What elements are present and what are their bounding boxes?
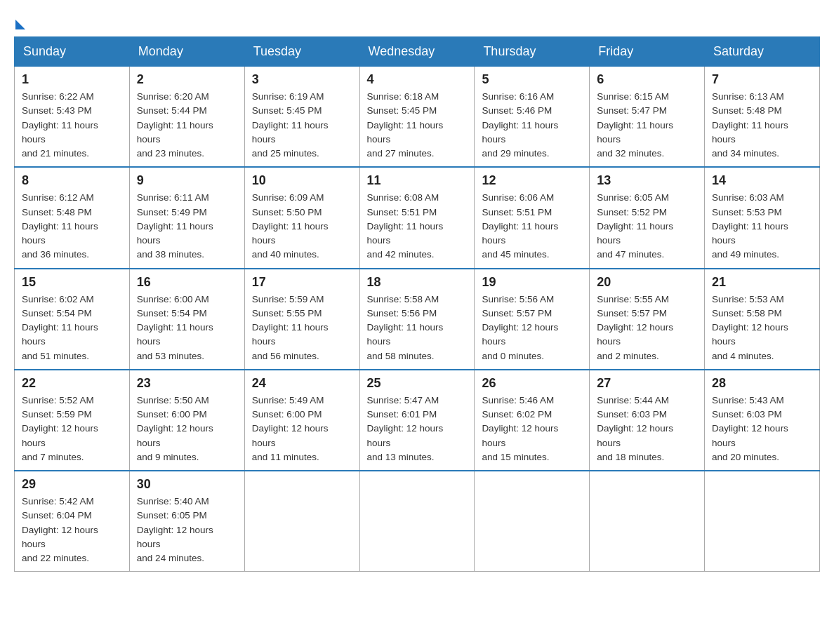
sunset-label: Sunset: 6:03 PM <box>712 409 782 420</box>
sunrise-label: Sunrise: 5:44 AM <box>597 395 669 405</box>
sunrise-label: Sunrise: 6:19 AM <box>252 91 324 102</box>
sunset-label: Sunset: 5:57 PM <box>597 308 667 318</box>
daylight-label: Daylight: 12 hours hours <box>367 423 444 448</box>
sunset-label: Sunset: 5:57 PM <box>482 308 552 318</box>
header-saturday: Saturday <box>705 37 820 67</box>
sunrise-label: Sunrise: 5:42 AM <box>22 496 94 507</box>
calendar-cell: 15Sunrise: 6:02 AMSunset: 5:54 PMDayligh… <box>15 269 130 370</box>
daylight-minutes: and 15 minutes. <box>482 452 549 462</box>
day-info: Sunrise: 5:59 AMSunset: 5:55 PMDaylight:… <box>252 293 352 363</box>
sunrise-label: Sunrise: 6:15 AM <box>597 91 669 102</box>
daylight-minutes: and 49 minutes. <box>712 249 779 260</box>
calendar-cell <box>475 471 590 572</box>
day-info: Sunrise: 6:19 AMSunset: 5:45 PMDaylight:… <box>252 90 352 161</box>
sunrise-label: Sunrise: 6:09 AM <box>252 192 324 203</box>
sunrise-label: Sunrise: 6:02 AM <box>22 294 94 304</box>
sunrise-label: Sunrise: 6:05 AM <box>597 192 669 203</box>
daylight-minutes: and 18 minutes. <box>597 452 664 462</box>
day-info: Sunrise: 6:20 AMSunset: 5:44 PMDaylight:… <box>137 90 237 161</box>
daylight-minutes: and 24 minutes. <box>137 553 204 563</box>
calendar-cell: 28Sunrise: 5:43 AMSunset: 6:03 PMDayligh… <box>705 370 820 471</box>
day-number: 28 <box>712 376 812 391</box>
calendar-cell: 22Sunrise: 5:52 AMSunset: 5:59 PMDayligh… <box>15 370 130 471</box>
day-number: 17 <box>252 275 352 290</box>
daylight-minutes: and 0 minutes. <box>482 351 544 361</box>
calendar-cell: 4Sunrise: 6:18 AMSunset: 5:45 PMDaylight… <box>359 67 475 168</box>
calendar-cell: 27Sunrise: 5:44 AMSunset: 6:03 PMDayligh… <box>590 370 705 471</box>
daylight-label: Daylight: 12 hours hours <box>482 423 558 448</box>
week-row-4: 22Sunrise: 5:52 AMSunset: 5:59 PMDayligh… <box>15 370 820 471</box>
sunrise-label: Sunrise: 6:12 AM <box>22 192 94 203</box>
header-sunday: Sunday <box>15 37 130 67</box>
day-info: Sunrise: 6:09 AMSunset: 5:50 PMDaylight:… <box>252 191 352 262</box>
calendar-cell: 1Sunrise: 6:22 AMSunset: 5:43 PMDaylight… <box>15 67 130 168</box>
day-number: 29 <box>22 477 122 492</box>
day-info: Sunrise: 5:58 AMSunset: 5:56 PMDaylight:… <box>367 293 468 363</box>
day-number: 1 <box>22 72 122 87</box>
daylight-label: Daylight: 12 hours hours <box>22 423 98 448</box>
day-info: Sunrise: 6:00 AMSunset: 5:54 PMDaylight:… <box>137 293 237 363</box>
calendar-cell: 17Sunrise: 5:59 AMSunset: 5:55 PMDayligh… <box>244 269 359 370</box>
sunset-label: Sunset: 6:03 PM <box>597 409 667 420</box>
sunrise-label: Sunrise: 5:55 AM <box>597 294 669 304</box>
day-number: 20 <box>597 275 697 290</box>
daylight-minutes: and 11 minutes. <box>252 452 319 462</box>
day-number: 19 <box>482 275 582 290</box>
calendar-cell: 3Sunrise: 6:19 AMSunset: 5:45 PMDaylight… <box>244 67 359 168</box>
sunset-label: Sunset: 6:00 PM <box>137 409 207 420</box>
calendar-cell: 13Sunrise: 6:05 AMSunset: 5:52 PMDayligh… <box>590 167 705 268</box>
calendar-cell: 24Sunrise: 5:49 AMSunset: 6:00 PMDayligh… <box>244 370 359 471</box>
day-number: 14 <box>712 173 812 188</box>
sunset-label: Sunset: 5:55 PM <box>252 308 322 318</box>
day-info: Sunrise: 6:05 AMSunset: 5:52 PMDaylight:… <box>597 191 697 262</box>
day-number: 6 <box>597 72 697 87</box>
day-number: 9 <box>137 173 237 188</box>
daylight-label: Daylight: 11 hours hours <box>252 322 329 347</box>
daylight-minutes: and 23 minutes. <box>137 148 204 159</box>
logo-arrow-icon <box>15 20 25 29</box>
day-info: Sunrise: 6:08 AMSunset: 5:51 PMDaylight:… <box>367 191 468 262</box>
sunset-label: Sunset: 5:46 PM <box>482 105 552 116</box>
day-number: 24 <box>252 376 352 391</box>
daylight-minutes: and 53 minutes. <box>137 351 204 361</box>
sunset-label: Sunset: 5:53 PM <box>712 207 782 217</box>
daylight-minutes: and 13 minutes. <box>367 452 435 462</box>
day-number: 13 <box>597 173 697 188</box>
day-number: 18 <box>367 275 468 290</box>
daylight-label: Daylight: 12 hours hours <box>597 423 673 448</box>
calendar-cell: 16Sunrise: 6:00 AMSunset: 5:54 PMDayligh… <box>129 269 244 370</box>
sunset-label: Sunset: 5:51 PM <box>482 207 552 217</box>
day-number: 3 <box>252 72 352 87</box>
sunrise-label: Sunrise: 6:03 AM <box>712 192 784 203</box>
daylight-minutes: and 27 minutes. <box>367 148 435 159</box>
sunrise-label: Sunrise: 5:40 AM <box>137 496 209 507</box>
sunset-label: Sunset: 5:50 PM <box>252 207 322 217</box>
daylight-label: Daylight: 11 hours hours <box>22 221 98 246</box>
sunset-label: Sunset: 6:04 PM <box>22 510 92 521</box>
day-number: 10 <box>252 173 352 188</box>
day-info: Sunrise: 6:22 AMSunset: 5:43 PMDaylight:… <box>22 90 122 161</box>
daylight-label: Daylight: 11 hours hours <box>367 221 444 246</box>
day-number: 27 <box>597 376 697 391</box>
daylight-label: Daylight: 11 hours hours <box>597 120 673 145</box>
daylight-label: Daylight: 11 hours hours <box>137 322 213 347</box>
daylight-minutes: and 4 minutes. <box>712 351 774 361</box>
sunset-label: Sunset: 6:05 PM <box>137 510 207 521</box>
day-info: Sunrise: 5:40 AMSunset: 6:05 PMDaylight:… <box>137 495 237 565</box>
sunset-label: Sunset: 5:51 PM <box>367 207 437 217</box>
day-number: 11 <box>367 173 468 188</box>
daylight-minutes: and 20 minutes. <box>712 452 779 462</box>
day-info: Sunrise: 6:11 AMSunset: 5:49 PMDaylight:… <box>137 191 237 262</box>
daylight-label: Daylight: 11 hours hours <box>482 120 558 145</box>
daylight-minutes: and 58 minutes. <box>367 351 435 361</box>
day-info: Sunrise: 5:47 AMSunset: 6:01 PMDaylight:… <box>367 394 468 464</box>
day-info: Sunrise: 5:43 AMSunset: 6:03 PMDaylight:… <box>712 394 812 464</box>
sunset-label: Sunset: 6:00 PM <box>252 409 322 420</box>
daylight-label: Daylight: 12 hours hours <box>712 423 788 448</box>
sunrise-label: Sunrise: 6:13 AM <box>712 91 784 102</box>
day-number: 15 <box>22 275 122 290</box>
header-friday: Friday <box>590 37 705 67</box>
calendar-cell: 2Sunrise: 6:20 AMSunset: 5:44 PMDaylight… <box>129 67 244 168</box>
calendar-cell: 11Sunrise: 6:08 AMSunset: 5:51 PMDayligh… <box>359 167 475 268</box>
sunset-label: Sunset: 5:48 PM <box>22 207 92 217</box>
